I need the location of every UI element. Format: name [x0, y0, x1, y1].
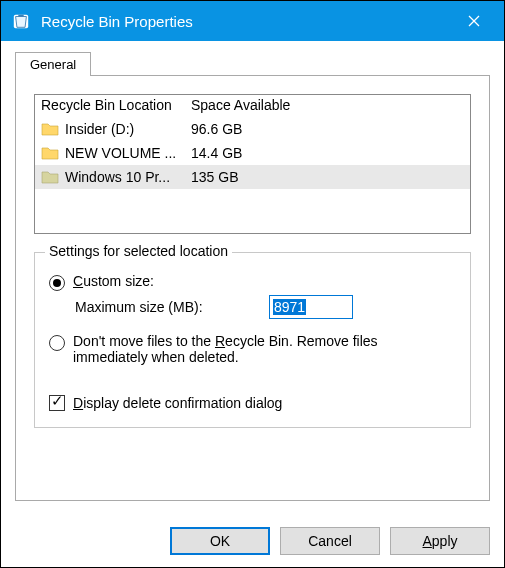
radio-icon	[49, 335, 65, 351]
settings-group-title: Settings for selected location	[45, 243, 232, 259]
row-space: 96.6 GB	[191, 121, 464, 137]
list-row[interactable]: Insider (D:) 96.6 GB	[35, 117, 470, 141]
window: Recycle Bin Properties General Recycle B…	[0, 0, 505, 568]
row-name: Insider (D:)	[65, 121, 191, 137]
tabstrip: General	[15, 51, 490, 75]
content-area: General Recycle Bin Location Space Avail…	[1, 41, 504, 515]
list-row[interactable]: Windows 10 Pr... 135 GB	[35, 165, 470, 189]
row-name: Windows 10 Pr...	[65, 169, 191, 185]
tab-body: Recycle Bin Location Space Available Ins…	[15, 75, 490, 501]
apply-button[interactable]: Apply	[390, 527, 490, 555]
radio-custom-size[interactable]: Custom size:	[49, 273, 458, 291]
folder-icon	[41, 145, 59, 161]
list-row[interactable]: NEW VOLUME ... 14.4 GB	[35, 141, 470, 165]
max-size-row: Maximum size (MB): 8971	[75, 295, 458, 319]
ok-button[interactable]: OK	[170, 527, 270, 555]
max-size-label: Maximum size (MB):	[75, 299, 269, 315]
button-row: OK Cancel Apply	[1, 515, 504, 567]
radio-dont-move[interactable]: Don't move files to the Recycle Bin. Rem…	[49, 333, 458, 365]
recycle-bin-icon	[11, 11, 31, 31]
max-size-input[interactable]: 8971	[269, 295, 353, 319]
close-button[interactable]	[452, 1, 496, 41]
list-header: Recycle Bin Location Space Available	[35, 95, 470, 117]
col-header-location[interactable]: Recycle Bin Location	[41, 97, 191, 113]
window-title: Recycle Bin Properties	[41, 13, 452, 30]
folder-icon	[41, 121, 59, 137]
row-name: NEW VOLUME ...	[65, 145, 191, 161]
radio-label: Don't move files to the Recycle Bin. Rem…	[73, 333, 413, 365]
titlebar: Recycle Bin Properties	[1, 1, 504, 41]
cancel-button[interactable]: Cancel	[280, 527, 380, 555]
row-space: 135 GB	[191, 169, 464, 185]
radio-icon	[49, 275, 65, 291]
col-header-space[interactable]: Space Available	[191, 97, 464, 113]
checkbox-label: Display delete confirmation dialog	[73, 395, 282, 411]
checkbox-confirm[interactable]: Display delete confirmation dialog	[49, 395, 458, 411]
settings-group: Settings for selected location Custom si…	[34, 252, 471, 428]
folder-icon	[41, 169, 59, 185]
location-list[interactable]: Recycle Bin Location Space Available Ins…	[34, 94, 471, 234]
checkbox-icon	[49, 395, 65, 411]
radio-label: Custom size:	[73, 273, 154, 289]
tab-general[interactable]: General	[15, 52, 91, 76]
row-space: 14.4 GB	[191, 145, 464, 161]
